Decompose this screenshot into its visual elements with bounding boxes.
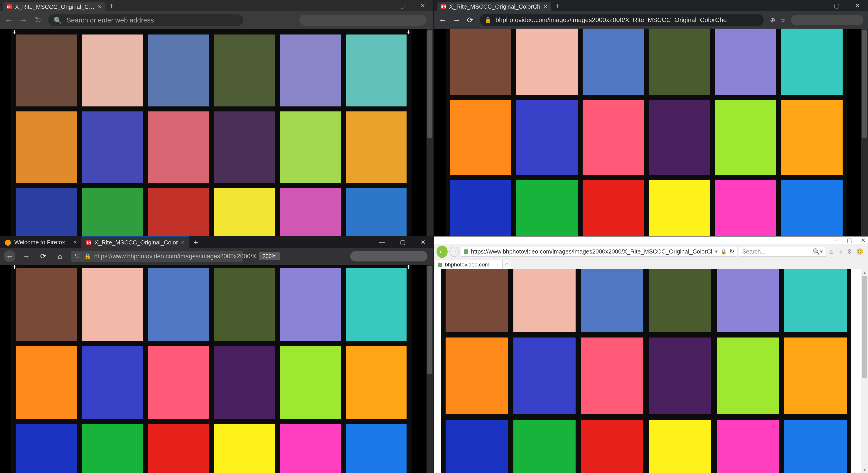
firefox-address-bar[interactable]: 🛡 🔒 https://www.bhphotovideo.com/images/… bbox=[71, 251, 243, 262]
scroll-up-icon[interactable]: ▴ bbox=[861, 269, 868, 275]
color-swatch bbox=[214, 268, 275, 341]
home-icon[interactable]: ⌂ bbox=[830, 248, 834, 255]
refresh-icon[interactable]: ↻ bbox=[730, 248, 734, 255]
scroll-down-icon[interactable]: ▾ bbox=[861, 467, 868, 473]
tools-icon[interactable]: ⚙ bbox=[847, 248, 852, 255]
zoom-indicator[interactable]: 200% bbox=[259, 252, 279, 260]
firefox-profile-placeholder bbox=[350, 251, 427, 262]
scrollbar-thumb[interactable] bbox=[862, 276, 867, 378]
color-swatch bbox=[148, 34, 209, 107]
color-swatch bbox=[784, 420, 847, 473]
ie-tab-active[interactable]: bhphotovideo.com × bbox=[434, 260, 502, 269]
color-swatch bbox=[82, 112, 143, 183]
color-swatch bbox=[148, 424, 209, 473]
close-window-button[interactable]: ✕ bbox=[413, 237, 433, 248]
color-swatch bbox=[82, 34, 143, 107]
firefox-tab-welcome[interactable]: ⬤ Welcome to Firefox × bbox=[0, 237, 82, 248]
color-swatch bbox=[16, 34, 77, 107]
color-swatch bbox=[82, 268, 143, 341]
back-icon[interactable]: ← bbox=[439, 16, 446, 25]
back-icon[interactable]: ← bbox=[4, 16, 13, 25]
color-swatch bbox=[717, 420, 779, 473]
forward-icon[interactable]: → bbox=[453, 16, 461, 25]
close-icon[interactable]: × bbox=[495, 262, 498, 268]
search-icon[interactable]: 🔍▾ bbox=[813, 248, 823, 255]
chrome-tab-active[interactable]: BH X_Rite_MSCCC_Original_ColorCh × bbox=[437, 2, 551, 11]
vertical-scrollbar[interactable] bbox=[427, 265, 433, 473]
back-button[interactable]: ← bbox=[436, 245, 447, 258]
maximize-button[interactable]: ▢ bbox=[826, 0, 847, 11]
refresh-icon[interactable]: ↻ bbox=[34, 16, 41, 25]
scrollbar-thumb[interactable] bbox=[862, 30, 867, 138]
close-icon[interactable]: × bbox=[544, 3, 547, 10]
close-window-button[interactable]: ✕ bbox=[861, 237, 866, 244]
new-tab-button[interactable]: ▢ bbox=[502, 260, 512, 269]
color-swatch bbox=[514, 269, 576, 332]
color-swatch bbox=[346, 424, 407, 473]
dropdown-icon[interactable]: ▾ bbox=[715, 248, 718, 255]
edge-tab-active[interactable]: BH X_Rite_MSCCC_Original_C… × bbox=[3, 2, 105, 11]
color-swatch bbox=[781, 29, 843, 95]
ie-address-bar[interactable]: https://www.bhphotovideo.com/images/imag… bbox=[461, 247, 738, 257]
new-tab-button[interactable]: + bbox=[189, 238, 202, 247]
close-window-button[interactable]: ✕ bbox=[412, 0, 433, 11]
chrome-window: BH X_Rite_MSCCC_Original_ColorCh × + — ▢… bbox=[434, 0, 868, 236]
color-swatch bbox=[784, 337, 847, 414]
zoom-icon[interactable]: ⊕ bbox=[770, 16, 775, 24]
edge-address-placeholder: Search or enter web address bbox=[66, 16, 154, 24]
color-swatch bbox=[346, 112, 407, 183]
maximize-button[interactable]: ▢ bbox=[392, 0, 412, 11]
forward-button[interactable]: → bbox=[21, 250, 32, 262]
minimize-button[interactable]: — bbox=[371, 0, 392, 11]
forward-button[interactable]: → bbox=[450, 246, 459, 257]
close-icon[interactable]: × bbox=[181, 239, 184, 246]
back-button[interactable]: ← bbox=[4, 250, 16, 262]
new-tab-button[interactable]: + bbox=[105, 1, 117, 10]
firefox-titlebar: ⬤ Welcome to Firefox × BH X_Rite_MSCCC_O… bbox=[0, 237, 433, 248]
firefox-url: https://www.bhphotovideo.com/images/imag… bbox=[94, 253, 256, 260]
ie-content: ▴ ▾ bbox=[434, 269, 868, 473]
ie-toolbar: ← → https://www.bhphotovideo.com/images/… bbox=[434, 244, 868, 259]
maximize-button[interactable]: ▢ bbox=[393, 237, 413, 248]
color-swatch bbox=[148, 346, 209, 419]
ie-search-box[interactable]: Search... 🔍▾ bbox=[739, 247, 826, 257]
minimize-button[interactable]: — bbox=[805, 0, 826, 11]
vertical-scrollbar[interactable] bbox=[861, 29, 868, 236]
vertical-scrollbar[interactable] bbox=[427, 29, 433, 236]
close-icon[interactable]: × bbox=[73, 239, 77, 246]
lock-icon: 🔒 bbox=[485, 17, 491, 23]
minimize-button[interactable]: — bbox=[372, 237, 393, 248]
scrollbar-thumb[interactable] bbox=[427, 30, 432, 138]
registration-mark-icon: + bbox=[406, 29, 411, 36]
maximize-button[interactable]: ▢ bbox=[847, 237, 852, 244]
color-checker-image bbox=[445, 29, 847, 236]
close-icon[interactable]: × bbox=[98, 3, 101, 10]
color-swatch bbox=[516, 29, 578, 95]
color-swatch bbox=[514, 337, 576, 414]
chrome-address-bar[interactable]: 🔒 bhphotovideo.com/images/images2000x200… bbox=[479, 14, 764, 26]
color-swatch bbox=[583, 100, 644, 175]
vertical-scrollbar[interactable]: ▴ ▾ bbox=[861, 269, 868, 473]
forward-icon[interactable]: → bbox=[20, 16, 28, 25]
new-tab-button[interactable]: + bbox=[551, 1, 564, 10]
edge-address-bar[interactable]: 🔍 Search or enter web address bbox=[48, 14, 243, 26]
home-button[interactable]: ⌂ bbox=[54, 250, 66, 262]
edge-window-controls: — ▢ ✕ bbox=[371, 0, 433, 11]
scrollbar-thumb[interactable] bbox=[427, 266, 432, 374]
color-swatch bbox=[583, 180, 644, 236]
color-swatch bbox=[583, 29, 644, 95]
color-swatch bbox=[346, 268, 407, 341]
close-window-button[interactable]: ✕ bbox=[847, 0, 868, 11]
bookmark-icon[interactable]: ☆ bbox=[780, 16, 786, 24]
firefox-tab2-title: X_Rite_MSCCC_Original_Color bbox=[94, 239, 178, 246]
firefox-toolbar: ← → ⟳ ⌂ 🛡 🔒 https://www.bhphotovideo.com… bbox=[0, 248, 433, 265]
minimize-button[interactable]: — bbox=[833, 237, 839, 244]
smiley-icon[interactable]: 🙂 bbox=[856, 248, 864, 255]
color-swatch bbox=[715, 180, 776, 236]
firefox-tab-active[interactable]: BH X_Rite_MSCCC_Original_Color × bbox=[82, 237, 189, 248]
refresh-button[interactable]: ⟳ bbox=[37, 250, 49, 262]
favorites-icon[interactable]: ☆ bbox=[838, 248, 843, 255]
refresh-icon[interactable]: ⟳ bbox=[467, 16, 473, 25]
color-swatch bbox=[148, 188, 209, 236]
color-swatch bbox=[717, 337, 779, 414]
